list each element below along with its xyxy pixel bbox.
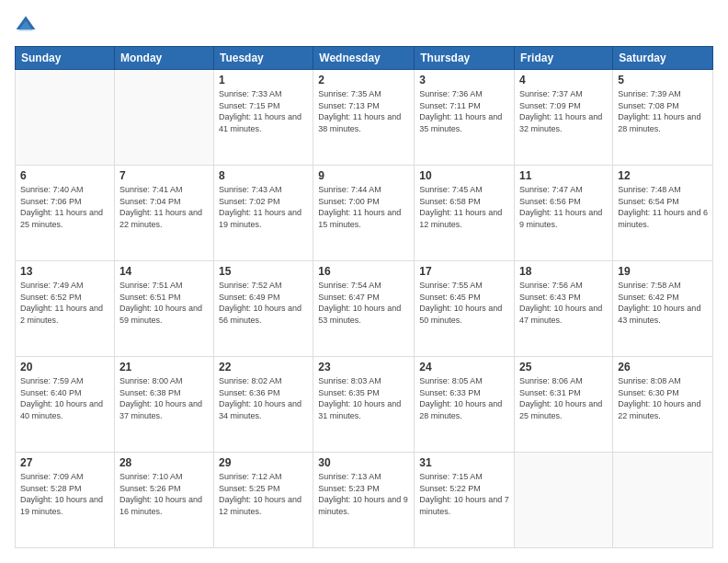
day-number: 1 — [219, 74, 308, 86]
day-info: Sunrise: 8:08 AM Sunset: 6:30 PM Dayligh… — [618, 375, 708, 421]
day-info: Sunrise: 7:43 AM Sunset: 7:02 PM Dayligh… — [219, 184, 308, 230]
day-info: Sunrise: 8:00 AM Sunset: 6:38 PM Dayligh… — [119, 375, 209, 421]
day-number: 3 — [419, 74, 509, 86]
day-info: Sunrise: 7:36 AM Sunset: 7:11 PM Dayligh… — [419, 88, 509, 134]
col-header-tuesday: Tuesday — [213, 47, 313, 70]
day-number: 11 — [519, 169, 608, 182]
calendar-week-2: 13Sunrise: 7:49 AM Sunset: 6:52 PM Dayli… — [16, 261, 713, 357]
col-header-wednesday: Wednesday — [313, 47, 415, 70]
day-info: Sunrise: 7:55 AM Sunset: 6:45 PM Dayligh… — [419, 280, 509, 326]
calendar-cell: 16Sunrise: 7:54 AM Sunset: 6:47 PM Dayli… — [313, 261, 415, 357]
calendar-week-3: 20Sunrise: 7:59 AM Sunset: 6:40 PM Dayli… — [16, 357, 713, 453]
calendar-cell: 28Sunrise: 7:10 AM Sunset: 5:26 PM Dayli… — [114, 453, 213, 548]
logo — [15, 15, 40, 37]
day-number: 9 — [318, 169, 409, 182]
day-number: 6 — [20, 169, 109, 182]
calendar-cell: 27Sunrise: 7:09 AM Sunset: 5:28 PM Dayli… — [16, 453, 115, 548]
logo-icon — [15, 15, 37, 37]
calendar-cell: 2Sunrise: 7:35 AM Sunset: 7:13 PM Daylig… — [313, 70, 415, 166]
day-info: Sunrise: 7:45 AM Sunset: 6:58 PM Dayligh… — [419, 184, 509, 230]
day-info: Sunrise: 7:39 AM Sunset: 7:08 PM Dayligh… — [618, 88, 708, 134]
day-info: Sunrise: 7:41 AM Sunset: 7:04 PM Dayligh… — [119, 184, 209, 230]
calendar-cell: 13Sunrise: 7:49 AM Sunset: 6:52 PM Dayli… — [16, 261, 115, 357]
day-number: 19 — [618, 265, 708, 278]
day-number: 17 — [419, 265, 509, 278]
day-info: Sunrise: 7:40 AM Sunset: 7:06 PM Dayligh… — [20, 184, 109, 230]
day-info: Sunrise: 7:56 AM Sunset: 6:43 PM Dayligh… — [519, 280, 608, 326]
calendar-cell: 10Sunrise: 7:45 AM Sunset: 6:58 PM Dayli… — [415, 166, 515, 261]
day-info: Sunrise: 8:05 AM Sunset: 6:33 PM Dayligh… — [419, 375, 509, 421]
day-info: Sunrise: 7:35 AM Sunset: 7:13 PM Dayligh… — [318, 88, 409, 134]
day-info: Sunrise: 7:58 AM Sunset: 6:42 PM Dayligh… — [618, 280, 708, 326]
calendar-cell: 14Sunrise: 7:51 AM Sunset: 6:51 PM Dayli… — [114, 261, 213, 357]
calendar-cell: 30Sunrise: 7:13 AM Sunset: 5:23 PM Dayli… — [313, 453, 415, 548]
day-info: Sunrise: 7:44 AM Sunset: 7:00 PM Dayligh… — [318, 184, 409, 230]
day-number: 25 — [519, 361, 608, 373]
calendar-week-4: 27Sunrise: 7:09 AM Sunset: 5:28 PM Dayli… — [16, 453, 713, 548]
day-number: 18 — [519, 265, 608, 278]
day-number: 7 — [119, 169, 209, 182]
day-info: Sunrise: 7:52 AM Sunset: 6:49 PM Dayligh… — [219, 280, 308, 326]
day-number: 24 — [419, 361, 509, 373]
day-number: 22 — [219, 361, 308, 373]
col-header-monday: Monday — [114, 47, 213, 70]
calendar-cell: 31Sunrise: 7:15 AM Sunset: 5:22 PM Dayli… — [415, 453, 515, 548]
day-number: 28 — [119, 456, 209, 469]
calendar-cell — [114, 70, 213, 166]
calendar-cell: 7Sunrise: 7:41 AM Sunset: 7:04 PM Daylig… — [114, 166, 213, 261]
day-info: Sunrise: 8:06 AM Sunset: 6:31 PM Dayligh… — [519, 375, 608, 421]
day-number: 21 — [119, 361, 209, 373]
day-info: Sunrise: 7:48 AM Sunset: 6:54 PM Dayligh… — [618, 184, 708, 230]
day-number: 13 — [20, 265, 109, 278]
calendar-cell — [515, 453, 613, 548]
day-number: 2 — [318, 74, 409, 86]
calendar-cell: 8Sunrise: 7:43 AM Sunset: 7:02 PM Daylig… — [213, 166, 313, 261]
calendar-cell: 20Sunrise: 7:59 AM Sunset: 6:40 PM Dayli… — [16, 357, 115, 453]
calendar-week-1: 6Sunrise: 7:40 AM Sunset: 7:06 PM Daylig… — [16, 166, 713, 261]
day-number: 10 — [419, 169, 509, 182]
calendar-cell: 21Sunrise: 8:00 AM Sunset: 6:38 PM Dayli… — [114, 357, 213, 453]
day-number: 27 — [20, 456, 109, 469]
day-number: 12 — [618, 169, 708, 182]
calendar-cell: 5Sunrise: 7:39 AM Sunset: 7:08 PM Daylig… — [613, 70, 713, 166]
day-number: 29 — [219, 456, 308, 469]
col-header-thursday: Thursday — [415, 47, 515, 70]
day-info: Sunrise: 7:59 AM Sunset: 6:40 PM Dayligh… — [20, 375, 109, 421]
calendar-cell: 24Sunrise: 8:05 AM Sunset: 6:33 PM Dayli… — [415, 357, 515, 453]
calendar-cell: 29Sunrise: 7:12 AM Sunset: 5:25 PM Dayli… — [213, 453, 313, 548]
day-info: Sunrise: 7:49 AM Sunset: 6:52 PM Dayligh… — [20, 280, 109, 326]
page: SundayMondayTuesdayWednesdayThursdayFrid… — [0, 0, 728, 563]
day-number: 4 — [519, 74, 608, 86]
col-header-sunday: Sunday — [16, 47, 115, 70]
day-info: Sunrise: 7:13 AM Sunset: 5:23 PM Dayligh… — [318, 471, 409, 517]
calendar-cell — [16, 70, 115, 166]
calendar-cell: 6Sunrise: 7:40 AM Sunset: 7:06 PM Daylig… — [16, 166, 115, 261]
calendar-cell: 25Sunrise: 8:06 AM Sunset: 6:31 PM Dayli… — [515, 357, 613, 453]
calendar-cell: 4Sunrise: 7:37 AM Sunset: 7:09 PM Daylig… — [515, 70, 613, 166]
day-info: Sunrise: 8:03 AM Sunset: 6:35 PM Dayligh… — [318, 375, 409, 421]
header — [15, 15, 713, 37]
col-header-friday: Friday — [515, 47, 613, 70]
calendar-cell: 22Sunrise: 8:02 AM Sunset: 6:36 PM Dayli… — [213, 357, 313, 453]
day-number: 23 — [318, 361, 409, 373]
calendar-cell — [613, 453, 713, 548]
calendar-cell: 18Sunrise: 7:56 AM Sunset: 6:43 PM Dayli… — [515, 261, 613, 357]
calendar-cell: 12Sunrise: 7:48 AM Sunset: 6:54 PM Dayli… — [613, 166, 713, 261]
calendar-cell: 19Sunrise: 7:58 AM Sunset: 6:42 PM Dayli… — [613, 261, 713, 357]
calendar-cell: 11Sunrise: 7:47 AM Sunset: 6:56 PM Dayli… — [515, 166, 613, 261]
day-info: Sunrise: 7:10 AM Sunset: 5:26 PM Dayligh… — [119, 471, 209, 517]
day-info: Sunrise: 7:51 AM Sunset: 6:51 PM Dayligh… — [119, 280, 209, 326]
calendar-cell: 9Sunrise: 7:44 AM Sunset: 7:00 PM Daylig… — [313, 166, 415, 261]
col-header-saturday: Saturday — [613, 47, 713, 70]
calendar-header-row: SundayMondayTuesdayWednesdayThursdayFrid… — [16, 47, 713, 70]
calendar-cell: 23Sunrise: 8:03 AM Sunset: 6:35 PM Dayli… — [313, 357, 415, 453]
day-number: 16 — [318, 265, 409, 278]
day-info: Sunrise: 7:09 AM Sunset: 5:28 PM Dayligh… — [20, 471, 109, 517]
calendar-cell: 15Sunrise: 7:52 AM Sunset: 6:49 PM Dayli… — [213, 261, 313, 357]
day-info: Sunrise: 7:12 AM Sunset: 5:25 PM Dayligh… — [219, 471, 308, 517]
calendar-week-0: 1Sunrise: 7:33 AM Sunset: 7:15 PM Daylig… — [16, 70, 713, 166]
calendar-cell: 1Sunrise: 7:33 AM Sunset: 7:15 PM Daylig… — [213, 70, 313, 166]
calendar-cell: 26Sunrise: 8:08 AM Sunset: 6:30 PM Dayli… — [613, 357, 713, 453]
day-info: Sunrise: 8:02 AM Sunset: 6:36 PM Dayligh… — [219, 375, 308, 421]
day-info: Sunrise: 7:15 AM Sunset: 5:22 PM Dayligh… — [419, 471, 509, 517]
